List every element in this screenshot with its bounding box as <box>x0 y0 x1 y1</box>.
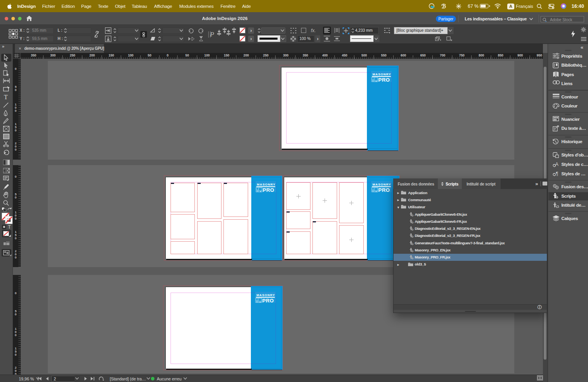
svg-text:¶: ¶ <box>556 171 558 176</box>
svg-text:A: A <box>555 162 558 167</box>
svg-text:T: T <box>4 94 8 100</box>
